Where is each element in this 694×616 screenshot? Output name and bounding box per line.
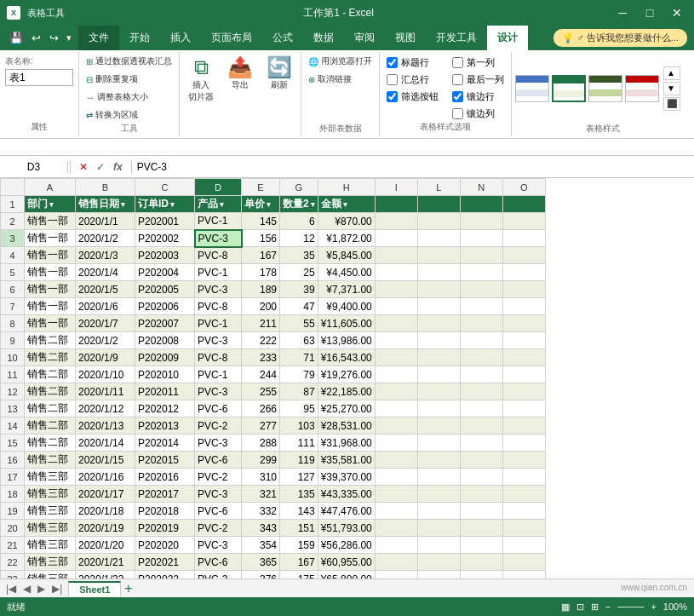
data-cell-17-11[interactable] [502, 469, 545, 486]
data-cell-21-2[interactable]: 2020/1/20 [76, 537, 135, 554]
data-cell-3-2[interactable]: 2020/1/2 [76, 230, 135, 247]
data-cell-3-9[interactable] [417, 230, 460, 247]
data-cell-22-4[interactable]: PVC-6 [195, 554, 242, 571]
header-cell-3[interactable]: 订单ID▾ [135, 196, 195, 213]
col-header-h[interactable]: H [318, 179, 375, 196]
data-cell-7-11[interactable] [502, 298, 545, 315]
data-cell-2-10[interactable] [460, 213, 502, 230]
data-cell-13-4[interactable]: PVC-6 [195, 400, 242, 417]
style-down-button[interactable]: ▼ [663, 82, 680, 95]
data-cell-17-3[interactable]: P202016 [135, 469, 195, 486]
data-cell-6-7[interactable]: ¥7,371.00 [318, 281, 375, 298]
tab-data[interactable]: 数据 [303, 26, 344, 50]
data-cell-2-5[interactable]: 145 [242, 213, 280, 230]
data-cell-11-3[interactable]: P202010 [135, 366, 195, 383]
data-cell-14-7[interactable]: ¥28,531.00 [318, 417, 375, 435]
data-cell-16-11[interactable] [502, 452, 545, 469]
data-cell-4-1[interactable]: 销售一部 [25, 247, 76, 264]
data-cell-15-6[interactable]: 111 [280, 435, 318, 452]
data-cell-18-6[interactable]: 135 [280, 486, 318, 503]
data-cell-2-2[interactable]: 2020/1/1 [76, 213, 135, 230]
data-cell-16-6[interactable]: 119 [280, 452, 318, 469]
data-cell-13-1[interactable]: 销售二部 [25, 400, 76, 417]
data-cell-3-3[interactable]: P202002 [135, 230, 195, 247]
data-cell-17-2[interactable]: 2020/1/16 [76, 469, 135, 486]
data-cell-11-10[interactable] [460, 366, 502, 383]
data-cell-20-4[interactable]: PVC-2 [195, 520, 242, 537]
insert-slicer-button[interactable]: ⧉ 插入切片器 [183, 54, 219, 107]
data-cell-12-9[interactable] [417, 383, 460, 400]
convert-range-button[interactable]: ⇄ 转换为区域 [83, 107, 175, 123]
data-cell-16-5[interactable]: 299 [242, 452, 280, 469]
data-cell-4-6[interactable]: 35 [280, 247, 318, 264]
tab-file[interactable]: 文件 [78, 26, 119, 50]
banded-col-checkbox[interactable]: 镶边列 [452, 107, 504, 121]
data-cell-23-3[interactable]: P202022 [135, 571, 195, 579]
data-cell-12-7[interactable]: ¥22,185.00 [318, 383, 375, 400]
data-cell-23-11[interactable] [502, 571, 545, 579]
data-cell-16-8[interactable] [375, 452, 417, 469]
export-button[interactable]: 📤 导出 [222, 54, 258, 95]
data-cell-12-2[interactable]: 2020/1/11 [76, 383, 135, 400]
data-cell-12-3[interactable]: P202011 [135, 383, 195, 400]
data-cell-6-4[interactable]: PVC-3 [195, 281, 242, 298]
data-cell-8-7[interactable]: ¥11,605.00 [318, 315, 375, 332]
data-cell-4-2[interactable]: 2020/1/3 [76, 247, 135, 264]
data-cell-21-9[interactable] [417, 537, 460, 554]
data-cell-21-4[interactable]: PVC-3 [195, 537, 242, 554]
data-cell-12-6[interactable]: 87 [280, 383, 318, 400]
data-cell-9-9[interactable] [417, 332, 460, 349]
data-cell-18-7[interactable]: ¥43,335.00 [318, 486, 375, 503]
col-header-c[interactable]: C [135, 179, 195, 196]
remove-duplicates-button[interactable]: ⊟ 删除重复项 [83, 72, 175, 87]
data-cell-8-11[interactable] [502, 315, 545, 332]
data-cell-14-6[interactable]: 103 [280, 417, 318, 435]
data-cell-4-8[interactable] [375, 247, 417, 264]
data-cell-6-9[interactable] [417, 281, 460, 298]
data-cell-13-6[interactable]: 95 [280, 400, 318, 417]
maximize-button[interactable]: □ [640, 4, 660, 21]
qa-dropdown[interactable]: ▾ [66, 32, 72, 43]
data-cell-21-3[interactable]: P202020 [135, 537, 195, 554]
data-cell-4-9[interactable] [417, 247, 460, 264]
data-cell-2-1[interactable]: 销售一部 [25, 213, 76, 230]
open-browser-button[interactable]: 🌐 用浏览器打开 [305, 54, 376, 69]
data-cell-14-1[interactable]: 销售二部 [25, 417, 76, 435]
data-cell-16-3[interactable]: P202015 [135, 452, 195, 469]
data-cell-7-6[interactable]: 47 [280, 298, 318, 315]
header-cell-9[interactable] [417, 196, 460, 213]
data-cell-9-7[interactable]: ¥13,986.00 [318, 332, 375, 349]
data-cell-10-6[interactable]: 71 [280, 349, 318, 366]
data-cell-15-9[interactable] [417, 435, 460, 452]
data-cell-11-5[interactable]: 244 [242, 366, 280, 383]
header-cell-4[interactable]: 产品▾ [195, 196, 242, 213]
col-header-a[interactable]: A [25, 179, 76, 196]
data-cell-17-10[interactable] [460, 469, 502, 486]
view-normal-button[interactable]: ▦ [561, 602, 570, 613]
zoom-slider[interactable]: ──── [617, 602, 644, 612]
tab-review[interactable]: 审阅 [344, 26, 385, 50]
data-cell-3-1[interactable]: 销售一部 [25, 230, 76, 247]
data-cell-23-5[interactable]: 376 [242, 571, 280, 579]
data-cell-22-8[interactable] [375, 554, 417, 571]
data-cell-7-9[interactable] [417, 298, 460, 315]
data-cell-21-5[interactable]: 354 [242, 537, 280, 554]
data-cell-19-5[interactable]: 332 [242, 503, 280, 520]
data-cell-3-5[interactable]: 156 [242, 230, 280, 247]
data-cell-8-3[interactable]: P202007 [135, 315, 195, 332]
data-cell-5-3[interactable]: P202004 [135, 264, 195, 281]
view-layout-button[interactable]: ⊡ [576, 602, 584, 613]
data-cell-18-1[interactable]: 销售三部 [25, 486, 76, 503]
data-cell-7-10[interactable] [460, 298, 502, 315]
col-header-l[interactable]: L [417, 179, 460, 196]
data-cell-12-8[interactable] [375, 383, 417, 400]
style-up-button[interactable]: ▲ [663, 66, 680, 80]
header-cell-2[interactable]: 销售日期▾ [76, 196, 135, 213]
data-cell-3-4[interactable]: PVC-3 [195, 230, 242, 247]
data-cell-14-4[interactable]: PVC-2 [195, 417, 242, 435]
data-cell-10-5[interactable]: 233 [242, 349, 280, 366]
data-cell-5-9[interactable] [417, 264, 460, 281]
data-cell-21-11[interactable] [502, 537, 545, 554]
data-cell-5-6[interactable]: 25 [280, 264, 318, 281]
style-1[interactable] [515, 75, 549, 102]
